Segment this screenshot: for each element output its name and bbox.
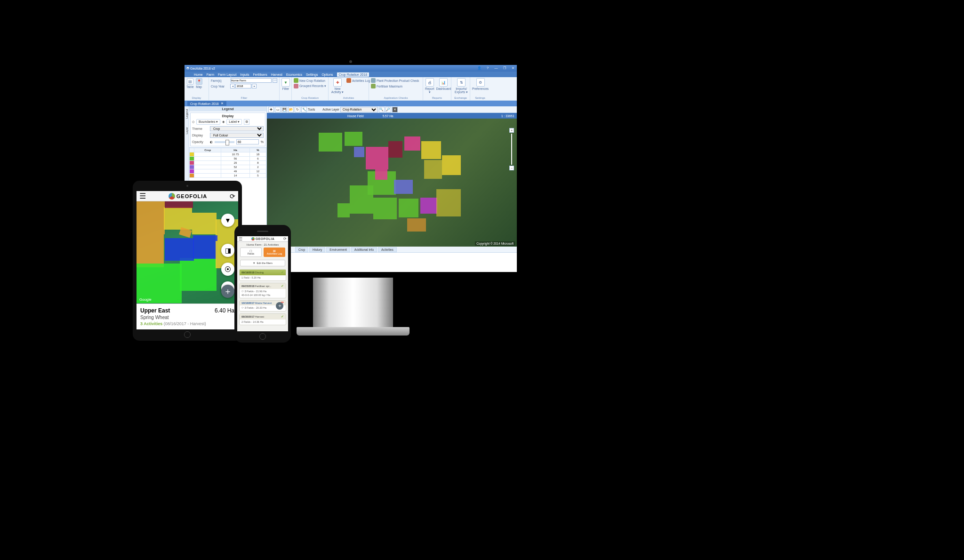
opacity-slider[interactable] <box>215 141 234 143</box>
side-tab-layer[interactable]: Layer <box>185 127 188 134</box>
table-row[interactable]: 566 <box>190 157 266 161</box>
refresh-icon[interactable]: ⟳ <box>283 237 287 241</box>
label-icon: ◈ <box>222 120 225 124</box>
menu-harvest[interactable]: Harvest <box>271 73 282 76</box>
zoom-in-button[interactable]: + <box>509 128 514 133</box>
activity-card[interactable]: 10/10/2017 Maize Harvest📅 ⟳ 3 Fields - 2… <box>239 300 286 311</box>
phone-header: ☰ GEOFOLIA ⟳ <box>237 236 288 242</box>
activity-card[interactable]: 09/19/2018 Discing✔ 1 Field - 5.20 Ha <box>239 269 286 281</box>
help-icon[interactable]: ? <box>486 66 490 70</box>
phone-frame: ☰ GEOFOLIA ⟳ Home Farm : 21 Activities ▢… <box>234 225 291 343</box>
filter-button[interactable]: ▼Filter <box>281 78 290 90</box>
new-activity-button[interactable]: ✚New Activity ▾ <box>330 78 345 94</box>
opacity-input[interactable] <box>236 139 259 144</box>
map-search-icon[interactable]: 🔍 <box>379 107 385 112</box>
fert-max-button[interactable]: Fertiliser Maximum <box>371 84 402 88</box>
add-button[interactable]: ＋ <box>221 285 234 298</box>
map-tool-save[interactable]: 💾 <box>281 107 287 112</box>
map-locate-button[interactable]: ⦿ <box>221 263 234 276</box>
toggle-fields[interactable]: ▢Fields <box>240 248 262 257</box>
menu-settings[interactable]: Settings <box>306 73 318 76</box>
ppp-check-button[interactable]: Plant Protection Product Check <box>371 78 419 83</box>
table-row[interactable]: 4912 <box>190 169 266 174</box>
display-map-button[interactable]: 📍Map <box>196 78 202 88</box>
app-logo-icon: ◓ <box>186 66 189 70</box>
imports-exports-button[interactable]: ⇅Imports/ Exports ▾ <box>453 78 469 94</box>
activity-card[interactable]: 08/30/2017 Harvest✔ 2 Fields - 14.36 Ha <box>239 313 286 325</box>
tab-close-icon[interactable]: ✕ <box>221 102 224 105</box>
add-activity-button[interactable]: ＋ <box>276 302 283 310</box>
year-prev-button[interactable]: ◂ <box>230 84 235 88</box>
edit-filters-button[interactable]: ▼ Edit the filters <box>240 260 285 266</box>
tab-additional[interactable]: Additional Info <box>351 247 377 252</box>
monitor-base <box>297 327 410 336</box>
tablet-map[interactable]: ▼ ◨ ⦿ ◎ ＋ Google <box>137 201 238 304</box>
activities-log-button[interactable]: Activities Log <box>346 78 370 83</box>
document-tab[interactable]: Crop Rotation 2018✕ <box>187 101 226 106</box>
year-next-button[interactable]: ▸ <box>252 84 257 88</box>
ribbon-group-croprot: Crop Rotation <box>294 96 326 99</box>
dashboard-button[interactable]: 📊Dashboard <box>436 78 451 90</box>
new-crop-rotation-button[interactable]: New Crop Rotation <box>294 78 325 83</box>
cropyear-input[interactable] <box>235 84 251 88</box>
tab-history[interactable]: History <box>309 247 325 252</box>
tab-crop[interactable]: Crop <box>295 247 308 252</box>
grouped-records-button[interactable]: Grouped Records ▾ <box>294 84 326 88</box>
map-tool-open[interactable]: 📂 <box>288 107 294 112</box>
menu-inputs[interactable]: Inputs <box>240 73 249 76</box>
menu-options[interactable]: Options <box>321 73 333 76</box>
close-icon[interactable]: ✕ <box>511 66 515 70</box>
label-dropdown[interactable]: Label ▾ <box>226 119 242 125</box>
tablet-camera <box>186 185 188 187</box>
tab-activities[interactable]: Activities <box>378 247 397 252</box>
display-settings-icon[interactable]: ⚙ <box>244 119 249 125</box>
ribbon-group-checks: Application Checks <box>371 96 421 99</box>
maximize-icon[interactable]: ❐ <box>503 66 506 70</box>
field-area: 5.57 Ha <box>383 114 394 118</box>
display-mode-select[interactable]: Full Colour <box>210 133 264 138</box>
table-row[interactable]: 522 <box>190 165 266 169</box>
field-info-card[interactable]: Upper East6.40 Ha Spring Wheat 3 Activit… <box>137 304 238 329</box>
map-zoom-icon[interactable]: 🔎 <box>386 107 391 112</box>
map-tool-wrench[interactable]: 🔧 <box>301 107 307 112</box>
tablet-home-button[interactable] <box>184 331 191 338</box>
menu-icon[interactable]: ☰ <box>139 192 146 200</box>
map-tool-refresh[interactable]: ↻ <box>295 107 300 112</box>
preferences-button[interactable]: ⚙Preferences <box>472 78 489 90</box>
ribbon-group-exchange: Exchange <box>453 96 468 99</box>
zoom-out-button[interactable]: − <box>509 166 514 170</box>
boundaries-dropdown[interactable]: Boundaries ▾ <box>196 119 220 125</box>
map-clear-icon[interactable]: ✕ <box>392 107 398 112</box>
user-icon[interactable]: 👤 <box>477 66 481 70</box>
activity-card[interactable]: 09/23/2018 Fertiliser spr...✔ ⟳ 3 Fields… <box>239 283 286 298</box>
table-row[interactable]: 298 <box>190 161 266 165</box>
table-row[interactable]: 145 <box>190 174 266 178</box>
menu-economics[interactable]: Economics <box>286 73 302 76</box>
side-tab-legend[interactable]: Legend <box>185 109 188 119</box>
map-filter-button[interactable]: ▼ <box>221 214 234 227</box>
menu-home[interactable]: Home <box>194 73 203 76</box>
menu-icon[interactable]: ☰ <box>239 237 242 241</box>
active-layer-select[interactable]: Crop Rotation <box>340 107 378 112</box>
minimize-icon[interactable]: — <box>494 66 498 70</box>
map-layers-button[interactable]: ◨ <box>221 244 234 257</box>
map-tool-1[interactable]: ✚ <box>268 107 274 112</box>
menu-farm-layout[interactable]: Farm Layout <box>218 73 236 76</box>
table-row[interactable]: 10.7518 <box>190 152 266 157</box>
farms-select[interactable] <box>231 78 272 83</box>
report-button[interactable]: 🖨Report ▾ <box>425 78 434 94</box>
activities-list[interactable]: 09/19/2018 Discing✔ 1 Field - 5.20 Ha 09… <box>237 267 288 331</box>
ribbon-group-activities: Activities <box>330 96 367 99</box>
menu-crop-rotation[interactable]: Crop Rotation 2018 <box>337 72 370 77</box>
menu-fertilisers[interactable]: Fertilisers <box>253 73 267 76</box>
display-table-button[interactable]: ▤Table <box>186 78 194 88</box>
phone-home-button[interactable] <box>259 333 266 340</box>
tab-environment[interactable]: Environment <box>326 247 350 252</box>
map-tool-2[interactable]: ▭ <box>275 107 281 112</box>
window-title: Geofolia 2018 v2 <box>190 67 215 70</box>
satellite-map[interactable]: Copyright © 2014 Microsoft + − <box>267 119 517 247</box>
theme-select[interactable]: Crop <box>210 126 264 131</box>
refresh-icon[interactable]: ⟳ <box>230 192 235 200</box>
toggle-activities-log[interactable]: ▤Activities Log <box>264 248 285 257</box>
menu-farm[interactable]: Farm <box>207 73 214 76</box>
